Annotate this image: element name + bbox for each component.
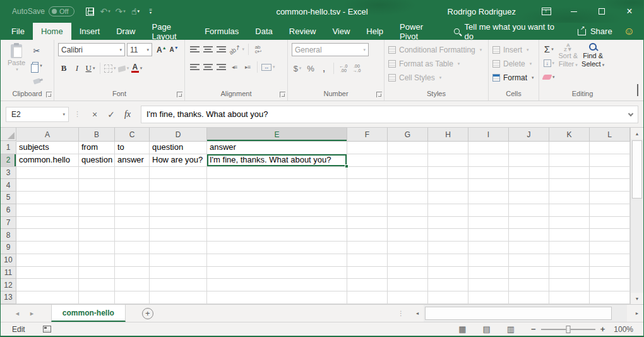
sort-filter-button[interactable]: AZ▼ Sort & Filter▾ (559, 43, 578, 89)
cell-I11[interactable] (468, 267, 509, 279)
cell-C10[interactable] (115, 254, 150, 267)
sheet-nav-left-icon[interactable]: ◄ (15, 310, 20, 317)
cell-K1[interactable] (549, 142, 590, 154)
cell-J12[interactable] (509, 279, 549, 291)
delete-cells-button[interactable]: Delete▾ (492, 57, 536, 71)
cell-A6[interactable] (16, 204, 79, 217)
sheet-nav-right-icon[interactable]: ► (29, 310, 35, 317)
cell-A9[interactable] (16, 242, 79, 254)
format-cells-button[interactable]: Format▾ (492, 71, 536, 85)
cell-H3[interactable] (428, 167, 468, 180)
cell-B13[interactable] (79, 291, 115, 304)
cell-K6[interactable] (549, 204, 590, 217)
undo-button[interactable]: ↶▾ (98, 4, 112, 19)
column-header-I[interactable]: I (468, 128, 509, 142)
percent-format-button[interactable]: % (305, 62, 316, 75)
cell-D5[interactable] (150, 192, 207, 204)
tab-file[interactable]: File (3, 23, 33, 40)
number-dialog-launcher[interactable] (376, 92, 382, 97)
cell-E12[interactable] (207, 279, 347, 291)
middle-align-button[interactable] (202, 43, 213, 56)
name-box[interactable]: E2▾ (6, 107, 69, 122)
cell-B12[interactable] (79, 279, 115, 291)
ribbon-display-options-button[interactable] (532, 0, 560, 23)
formula-bar-drag-dots[interactable]: ⋮ (74, 110, 81, 118)
cell-E2[interactable]: I'm fine, thanks. What about you? (207, 154, 347, 167)
cell-C11[interactable] (115, 267, 150, 279)
cell-I6[interactable] (468, 204, 509, 217)
cell-C8[interactable] (115, 229, 150, 242)
maximize-button[interactable] (588, 0, 616, 23)
cell-B3[interactable] (79, 167, 115, 180)
increase-indent-button[interactable]: ▸≡ (242, 61, 253, 73)
tab-power-pivot[interactable]: Power Pivot (391, 23, 443, 40)
cell-F5[interactable] (347, 192, 388, 204)
tab-help[interactable]: Help (358, 23, 391, 40)
cell-H13[interactable] (428, 291, 468, 304)
cell-K8[interactable] (549, 229, 590, 242)
tab-page-layout[interactable]: Page Layout (144, 23, 197, 40)
borders-button[interactable]: ▾ (104, 62, 116, 75)
font-color-button[interactable]: A▾ (131, 62, 143, 75)
align-left-button[interactable] (189, 61, 200, 73)
column-header-K[interactable]: K (549, 128, 590, 142)
cell-I4[interactable] (468, 179, 509, 192)
font-family-combo[interactable]: Calibri▾ (58, 43, 125, 56)
cell-L10[interactable] (590, 254, 630, 267)
number-format-combo[interactable]: General▾ (292, 43, 369, 56)
cell-D3[interactable] (150, 167, 207, 180)
cell-J1[interactable] (509, 142, 549, 154)
cell-C12[interactable] (115, 279, 150, 291)
page-layout-view-button[interactable]: ▤ (483, 324, 491, 334)
column-header-C[interactable]: C (115, 128, 150, 142)
cell-D9[interactable] (150, 242, 207, 254)
cell-F13[interactable] (347, 291, 388, 304)
cell-J13[interactable] (509, 291, 549, 304)
page-break-preview-button[interactable]: ▥ (507, 324, 515, 334)
horizontal-scroll-track[interactable] (424, 305, 627, 322)
horizontal-scrollbar[interactable]: ◄ ► (411, 305, 643, 322)
column-header-B[interactable]: B (79, 128, 115, 142)
autosave-pill[interactable]: Off (49, 6, 74, 16)
cell-J7[interactable] (509, 217, 549, 230)
comma-format-button[interactable]: , (318, 62, 330, 75)
cell-A7[interactable] (16, 217, 79, 230)
row-header-3[interactable]: 3 (1, 167, 16, 180)
cell-A12[interactable] (16, 279, 79, 291)
row-header-13[interactable]: 13 (1, 291, 16, 304)
fill-handle[interactable] (345, 164, 349, 168)
top-align-button[interactable] (189, 43, 200, 56)
cell-D12[interactable] (150, 279, 207, 291)
row-header-12[interactable]: 12 (1, 279, 16, 291)
cut-button[interactable]: ✂ (31, 45, 42, 58)
cell-B1[interactable]: from (79, 142, 115, 154)
column-header-A[interactable]: A (16, 128, 79, 142)
cell-J3[interactable] (509, 167, 549, 180)
cell-F3[interactable] (347, 167, 388, 180)
cell-styles-button[interactable]: Cell Styles▾ (388, 71, 486, 85)
cell-L6[interactable] (590, 204, 630, 217)
cell-H6[interactable] (428, 204, 468, 217)
cell-D11[interactable] (150, 267, 207, 279)
row-header-9[interactable]: 9 (1, 242, 16, 254)
decrease-font-size-button[interactable]: A▼ (170, 46, 179, 53)
cell-C9[interactable] (115, 242, 150, 254)
row-header-11[interactable]: 11 (1, 267, 16, 279)
cell-I3[interactable] (468, 167, 509, 180)
cell-G8[interactable] (388, 229, 428, 242)
cell-H12[interactable] (428, 279, 468, 291)
currency-format-button[interactable]: $▾ (292, 62, 303, 75)
row-header-1[interactable]: 1 (1, 142, 16, 154)
cell-B4[interactable] (79, 179, 115, 192)
cell-C7[interactable] (115, 217, 150, 230)
cell-K5[interactable] (549, 192, 590, 204)
cell-D10[interactable] (150, 254, 207, 267)
cell-E9[interactable] (207, 242, 347, 254)
enter-button[interactable]: ✓ (103, 107, 119, 122)
bottom-align-button[interactable] (215, 43, 227, 56)
row-header-7[interactable]: 7 (1, 217, 16, 230)
cell-G5[interactable] (388, 192, 428, 204)
cell-H2[interactable] (428, 154, 468, 167)
cell-J2[interactable] (509, 154, 549, 167)
cell-E1[interactable]: answer (207, 142, 347, 154)
